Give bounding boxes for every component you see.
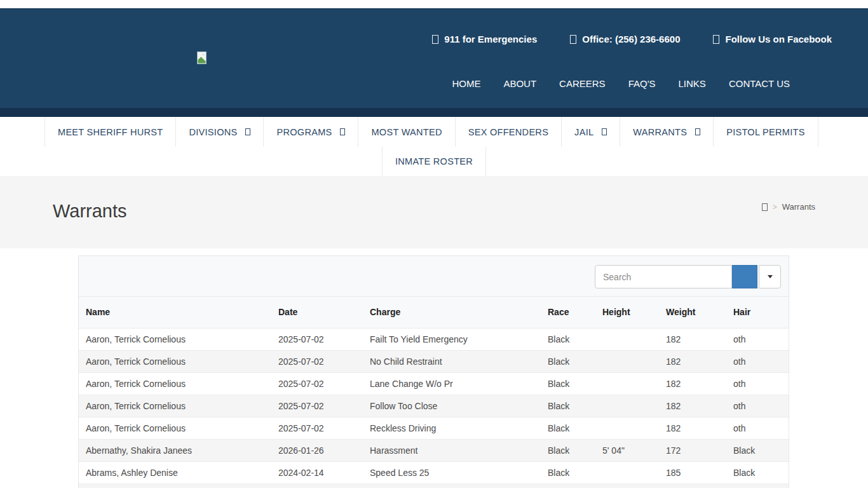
- column-header-weight[interactable]: Weight: [659, 297, 726, 328]
- table-cell: [79, 484, 271, 488]
- table-cell: oth: [726, 350, 789, 372]
- site-logo-broken-image-icon[interactable]: [197, 51, 207, 64]
- main-nav-home[interactable]: HOME: [452, 78, 480, 89]
- table-cell: Black: [541, 461, 595, 484]
- table-row: Aaron, Terrick Cornelious2025-07-02No Ch…: [79, 350, 789, 372]
- nav-item-sex-offenders[interactable]: SEX OFFENDERS: [455, 117, 561, 147]
- table-cell: 2024-02-14: [271, 461, 363, 484]
- table-row: Aaron, Terrick Cornelious2025-07-02Failt…: [79, 328, 789, 350]
- breadcrumb-home-icon[interactable]: [762, 203, 768, 211]
- nav-item-programs[interactable]: PROGRAMS: [263, 117, 358, 147]
- dropdown-caret-icon: [695, 128, 700, 135]
- table-cell: 2025-07-02: [271, 328, 363, 350]
- column-header-date[interactable]: Date: [271, 297, 363, 328]
- main-nav: HOMEABOUTCAREERSFAQ'SLINKSCONTACT US: [452, 78, 790, 89]
- table-cell: Aaron, Terrick Cornelious: [79, 350, 271, 372]
- nav-item-pistol-permits[interactable]: PISTOL PERMITS: [713, 117, 818, 147]
- topbar-link-facebook[interactable]: Follow Us on Facebook: [713, 34, 832, 44]
- nav-item-most-wanted[interactable]: MOST WANTED: [358, 117, 454, 147]
- table-cell: 182: [659, 328, 726, 350]
- column-header-name[interactable]: Name: [79, 297, 271, 328]
- table-cell: Black: [541, 395, 595, 417]
- table-row: Aaron, Terrick Cornelious2025-07-02Lane …: [79, 372, 789, 395]
- table-cell: Black: [541, 372, 595, 395]
- table-cell: oth: [726, 372, 789, 395]
- main-nav-faq-s[interactable]: FAQ'S: [628, 78, 656, 89]
- table-cell: [726, 484, 789, 488]
- table-cell: 182: [659, 372, 726, 395]
- table-cell: 172: [659, 439, 726, 461]
- table-cell: Aaron, Terrick Cornelious: [79, 328, 271, 350]
- table-cell: Follow Too Close: [363, 395, 541, 417]
- secondary-nav: MEET SHERIFF HURSTDIVISIONSPROGRAMSMOST …: [0, 117, 868, 176]
- nav-item-label: WARRANTS: [633, 127, 687, 137]
- table-cell: 182: [659, 417, 726, 439]
- search-options-dropdown-button[interactable]: [759, 265, 781, 288]
- breadcrumb: > Warrants: [762, 202, 815, 212]
- table-cell: Abrams, Ashley Denise: [79, 461, 271, 484]
- nav-item-jail[interactable]: JAIL: [561, 117, 620, 147]
- main-nav-about[interactable]: ABOUT: [503, 78, 536, 89]
- table-cell: No Child Restraint: [363, 350, 541, 372]
- table-cell: 2025-07-02: [271, 395, 363, 417]
- dropdown-caret-icon: [340, 128, 345, 135]
- dropdown-caret-icon: [245, 128, 250, 135]
- table-cell: Aaron, Terrick Cornelious: [79, 372, 271, 395]
- main-nav-links[interactable]: LINKS: [679, 78, 706, 89]
- table-cell: 2026-01-26: [271, 439, 363, 461]
- nav-item-label: INMATE ROSTER: [395, 156, 473, 166]
- table-cell: [595, 395, 659, 417]
- table-cell: Abernathy, Shakira Janees: [79, 439, 271, 461]
- table-cell: Failt To Yield Emergency: [363, 328, 541, 350]
- table-cell: 2025-07-02: [271, 372, 363, 395]
- column-header-race[interactable]: Race: [541, 297, 595, 328]
- main-nav-contact-us[interactable]: CONTACT US: [729, 78, 790, 89]
- column-header-hair[interactable]: Hair: [726, 297, 789, 328]
- page-title: Warrants: [53, 201, 127, 222]
- nav-item-warrants[interactable]: WARRANTS: [620, 117, 713, 147]
- main-nav-careers[interactable]: CAREERS: [559, 78, 606, 89]
- table-cell: Black: [726, 461, 789, 484]
- table-cell: [595, 461, 659, 484]
- emergency-icon: [432, 35, 438, 44]
- nav-item-divisions[interactable]: DIVISIONS: [175, 117, 263, 147]
- table-cell: Reckless Driving: [363, 417, 541, 439]
- table-cell: Black: [541, 439, 595, 461]
- table-cell: Aaron, Terrick Cornelious: [79, 395, 271, 417]
- nav-item-label: JAIL: [574, 127, 593, 137]
- table-row: Aaron, Terrick Cornelious2025-07-02Reckl…: [79, 417, 789, 439]
- nav-item-inmate-roster[interactable]: INMATE ROSTER: [382, 147, 486, 176]
- warrants-table: NameDateChargeRaceHeightWeightHair Aaron…: [79, 297, 789, 488]
- column-header-charge[interactable]: Charge: [363, 297, 541, 328]
- page-title-band: Warrants > Warrants: [0, 176, 868, 248]
- table-row: Abrams, Ashley Denise2024-02-14Speed Les…: [79, 461, 789, 484]
- table-cell: oth: [726, 395, 789, 417]
- table-cell: [595, 350, 659, 372]
- topbar-link-emergency[interactable]: 911 for Emergencies: [432, 34, 537, 44]
- table-cell: oth: [726, 328, 789, 350]
- table-row: [79, 484, 789, 488]
- table-cell: Speed Less 25: [363, 461, 541, 484]
- dropdown-caret-icon: [602, 128, 607, 135]
- topbar-link-office-phone[interactable]: Office: (256) 236-6600: [570, 34, 680, 44]
- table-cell: [595, 417, 659, 439]
- topbar-label: Follow Us on Facebook: [725, 34, 832, 44]
- search-input[interactable]: [595, 265, 732, 288]
- table-header-row: NameDateChargeRaceHeightWeightHair: [79, 297, 789, 328]
- secondary-nav-row2: INMATE ROSTER: [382, 147, 868, 176]
- topbar-label: Office: (256) 236-6600: [582, 34, 680, 44]
- office-phone-icon: [570, 35, 576, 44]
- nav-item-label: MEET SHERIFF HURST: [58, 127, 163, 137]
- nav-item-meet-sheriff-hurst[interactable]: MEET SHERIFF HURST: [44, 117, 175, 147]
- topbar-label: 911 for Emergencies: [444, 34, 537, 44]
- site-header: 911 for EmergenciesOffice: (256) 236-660…: [0, 8, 868, 108]
- table-cell: Black: [541, 417, 595, 439]
- breadcrumb-current: Warrants: [782, 202, 815, 212]
- table-cell: [271, 484, 363, 488]
- breadcrumb-separator: >: [773, 203, 777, 212]
- column-header-height[interactable]: Height: [595, 297, 659, 328]
- table-cell: [541, 484, 595, 488]
- search-button[interactable]: [732, 265, 757, 288]
- table-cell: Black: [541, 350, 595, 372]
- table-cell: [595, 372, 659, 395]
